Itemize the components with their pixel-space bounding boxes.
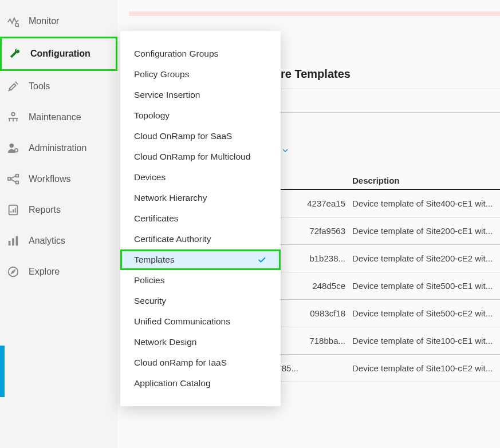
sidebar: Monitor Configuration Tools Maintenance xyxy=(0,0,117,448)
row-desc: Device template of Site500-cE2 wit... xyxy=(352,308,500,318)
dropdown-label: Cloud OnRamp for Multicloud xyxy=(134,152,250,162)
sidebar-label: Maintenance xyxy=(29,112,81,122)
svg-point-8 xyxy=(15,149,18,152)
sidebar-item-reports[interactable]: Reports xyxy=(0,195,117,225)
row-desc: Device template of Site100-cE1 wit... xyxy=(352,336,500,346)
dropdown-item-certificate-authority[interactable]: Certificate Authority xyxy=(120,229,281,249)
dropdown-label: Topology xyxy=(134,110,170,121)
sidebar-item-maintenance[interactable]: Maintenance xyxy=(0,102,117,133)
sidebar-label: Reports xyxy=(29,205,61,215)
sidebar-item-workflows[interactable]: Workflows xyxy=(0,164,117,195)
wrench-icon xyxy=(9,47,23,60)
dropdown-item-templates[interactable]: Templates xyxy=(120,249,281,270)
dropdown-item-network-design[interactable]: Network Design xyxy=(120,332,281,352)
row-desc: Device template of Site200-cE1 wit... xyxy=(352,226,500,236)
breadcrumb-collapse[interactable] xyxy=(281,146,500,155)
configuration-dropdown: Configuration Groups Policy Groups Servi… xyxy=(120,31,281,406)
dropdown-label: Policies xyxy=(134,275,164,286)
section-divider xyxy=(281,89,500,113)
dropdown-item-unified-communications[interactable]: Unified Communications xyxy=(120,311,281,332)
sidebar-item-tools[interactable]: Tools xyxy=(0,71,117,102)
dropdown-label: Cloud onRamp for IaaS xyxy=(134,358,227,368)
svg-line-12 xyxy=(10,176,15,179)
dropdown-item-application-catalog[interactable]: Application Catalog xyxy=(120,373,281,394)
compass-icon xyxy=(7,265,22,278)
dropdown-label: Policy Groups xyxy=(134,69,189,80)
svg-point-21 xyxy=(9,267,18,277)
dropdown-label: Devices xyxy=(134,172,166,183)
sidebar-label: Tools xyxy=(29,81,50,92)
svg-rect-19 xyxy=(12,238,14,245)
sidebar-item-analytics[interactable]: Analytics xyxy=(0,225,117,256)
chevron-down-icon xyxy=(281,146,290,155)
monitor-icon xyxy=(7,15,22,27)
row-desc: Device template of Site400-cE1 wit... xyxy=(352,199,500,208)
row-desc: Device template of Site200-cE2 wit... xyxy=(352,253,500,263)
sidebar-label: Administration xyxy=(29,143,86,153)
dropdown-label: Templates xyxy=(134,255,175,265)
dropdown-item-cloud-onramp-iaas[interactable]: Cloud onRamp for IaaS xyxy=(120,352,281,373)
dropdown-label: Application Catalog xyxy=(134,378,211,388)
dropdown-item-topology[interactable]: Topology xyxy=(120,105,281,126)
svg-point-7 xyxy=(10,144,14,148)
dropdown-item-service-insertion[interactable]: Service Insertion xyxy=(120,85,281,105)
dropdown-item-policies[interactable]: Policies xyxy=(120,270,281,291)
dropdown-label: Security xyxy=(134,296,166,306)
dropdown-item-configuration-groups[interactable]: Configuration Groups xyxy=(120,43,281,64)
sidebar-label: Explore xyxy=(29,267,60,277)
left-accent-strip xyxy=(0,346,5,397)
analytics-icon xyxy=(7,235,22,247)
svg-line-1 xyxy=(18,26,19,27)
col-header-description[interactable]: Description xyxy=(352,176,500,185)
dropdown-item-security[interactable]: Security xyxy=(120,291,281,311)
dropdown-label: Network Hierarchy xyxy=(134,193,207,203)
tools-icon xyxy=(7,80,22,93)
dropdown-item-cloud-onramp-multicloud[interactable]: Cloud OnRamp for Multicloud xyxy=(120,146,281,167)
admin-icon xyxy=(7,142,22,154)
dropdown-item-certificates[interactable]: Certificates xyxy=(120,208,281,229)
svg-point-2 xyxy=(11,113,15,116)
row-desc: Device template of Site100-cE2 wit... xyxy=(352,363,500,373)
reports-icon xyxy=(7,204,22,216)
dropdown-label: Cloud OnRamp for SaaS xyxy=(134,131,232,141)
svg-rect-10 xyxy=(16,175,19,177)
section-title: re Templates xyxy=(281,68,500,81)
sidebar-item-explore[interactable]: Explore xyxy=(0,256,117,287)
svg-rect-18 xyxy=(9,241,11,245)
svg-rect-20 xyxy=(16,236,18,246)
svg-rect-11 xyxy=(16,181,19,184)
dropdown-label: Certificate Authority xyxy=(134,234,211,244)
check-icon xyxy=(257,255,267,265)
dropdown-item-devices[interactable]: Devices xyxy=(120,167,281,188)
row-desc: Device template of Site500-cE1 wit... xyxy=(352,281,500,291)
sidebar-label: Monitor xyxy=(29,16,59,26)
sidebar-item-administration[interactable]: Administration xyxy=(0,133,117,164)
maintenance-icon xyxy=(7,111,22,124)
sidebar-label: Workflows xyxy=(29,174,71,184)
dropdown-label: Certificates xyxy=(134,213,179,224)
dropdown-item-network-hierarchy[interactable]: Network Hierarchy xyxy=(120,188,281,208)
dropdown-label: Unified Communications xyxy=(134,316,230,327)
sidebar-label: Configuration xyxy=(30,49,90,59)
workflows-icon xyxy=(7,173,22,185)
alert-banner-strip xyxy=(129,11,500,16)
svg-marker-22 xyxy=(11,270,15,273)
dropdown-item-cloud-onramp-saas[interactable]: Cloud OnRamp for SaaS xyxy=(120,126,281,146)
sidebar-label: Analytics xyxy=(29,236,65,246)
dropdown-item-policy-groups[interactable]: Policy Groups xyxy=(120,64,281,85)
sidebar-item-configuration[interactable]: Configuration xyxy=(0,37,117,71)
dropdown-label: Service Insertion xyxy=(134,90,200,100)
sidebar-item-monitor[interactable]: Monitor xyxy=(0,6,117,37)
svg-line-13 xyxy=(10,179,15,183)
svg-rect-9 xyxy=(8,177,11,180)
dropdown-label: Configuration Groups xyxy=(134,49,218,59)
dropdown-label: Network Design xyxy=(134,337,196,347)
